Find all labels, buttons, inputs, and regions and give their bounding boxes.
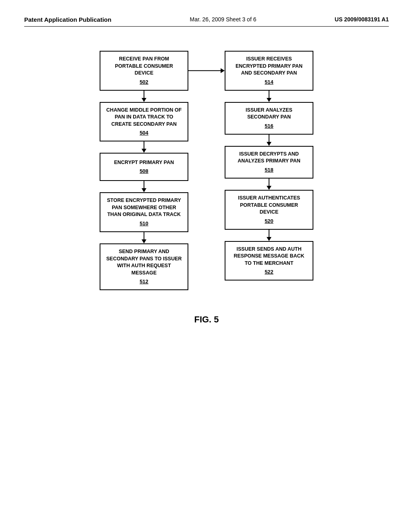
box-520: ISSUER AUTHENTICATES PORTABLE CONSUMER D… <box>225 190 313 230</box>
arrow-504-508 <box>100 141 188 153</box>
arrow-514-516 <box>225 91 313 102</box>
box-514: ISSUER RECEIVES ENCRYPTED PRIMARY PAN AN… <box>225 51 313 91</box>
columns: RECEIVE PAN FROM PORTABLE CONSUMER DEVIC… <box>100 51 313 290</box>
box-510: STORE ENCRYPTED PRIMARY PAN SOMEWHERE OT… <box>100 192 188 232</box>
box-516: ISSUER ANALYZES SECONDARY PAN 516 <box>225 102 313 135</box>
arrow-518-520 <box>225 179 313 190</box>
header-date-sheet: Mar. 26, 2009 Sheet 3 of 6 <box>190 16 256 23</box>
arrow-502-504 <box>100 91 188 102</box>
header-title: Patent Application Publication <box>24 16 111 23</box>
diagram-wrapper: RECEIVE PAN FROM PORTABLE CONSUMER DEVIC… <box>100 51 313 290</box>
box-522: ISSUER SENDS AND AUTH RESPONSE MESSAGE B… <box>225 241 313 281</box>
page: Patent Application Publication Mar. 26, … <box>0 0 413 532</box>
arrow-516-518 <box>225 135 313 146</box>
flowchart-container: RECEIVE PAN FROM PORTABLE CONSUMER DEVIC… <box>24 51 389 290</box>
box-512: SEND PRIMARY AND SECONDARY PANS TO ISSUE… <box>100 243 188 290</box>
box-518: ISSUER DECRYPTS AND ANALYZES PRIMARY PAN… <box>225 146 313 179</box>
box-502: RECEIVE PAN FROM PORTABLE CONSUMER DEVIC… <box>100 51 188 91</box>
arrow-520-522 <box>225 230 313 241</box>
figure-caption: FIG. 5 <box>24 314 389 325</box>
box-504: CHANGE MIDDLE PORTION OF PAN IN DATA TRA… <box>100 102 188 142</box>
page-header: Patent Application Publication Mar. 26, … <box>24 16 389 27</box>
arrow-510-512 <box>100 232 188 243</box>
header-patent-number: US 2009/0083191 A1 <box>335 16 389 23</box>
right-column: ISSUER RECEIVES ENCRYPTED PRIMARY PAN AN… <box>225 51 313 290</box>
arrow-508-510 <box>100 181 188 192</box>
box-508: ENCRYPT PRIMARY PAN 508 <box>100 153 188 181</box>
left-column: RECEIVE PAN FROM PORTABLE CONSUMER DEVIC… <box>100 51 188 290</box>
